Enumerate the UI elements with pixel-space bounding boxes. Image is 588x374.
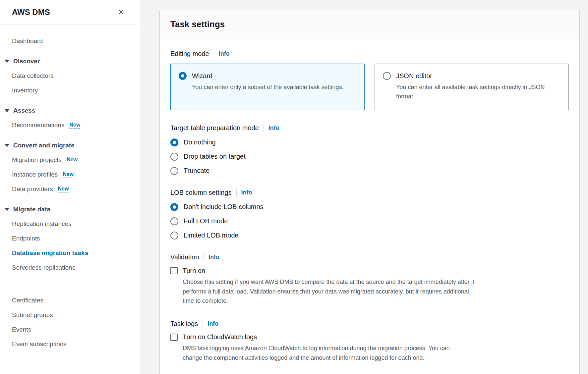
close-icon[interactable]: ✕ <box>117 7 125 17</box>
radio-option-drop-tables-on-target[interactable]: Drop tables on target <box>170 153 569 161</box>
card-header: Task settings <box>160 10 579 39</box>
target-table-header: Target table preparation mode Info <box>170 124 569 132</box>
sidebar-item-events[interactable]: Events <box>0 322 140 337</box>
validation-field: Validation Info Turn on Choose this sett… <box>170 253 569 306</box>
wizard-tile[interactable]: Wizard You can enter only a subset of th… <box>170 64 365 110</box>
editing-mode-field: Editing mode Info Wizard You can enter o… <box>170 50 569 110</box>
task-settings-card: Task settings Editing mode Info Wizard <box>160 10 579 374</box>
json-editor-tile[interactable]: JSON editor You can enter all available … <box>375 64 569 110</box>
validation-header: Validation Info <box>170 253 569 261</box>
sidebar-item-endpoints[interactable]: Endpoints <box>0 231 140 246</box>
sidebar-section-discover[interactable]: Discover <box>0 54 140 69</box>
caret-down-icon <box>4 109 10 112</box>
wizard-description: You can enter only a subset of the avail… <box>192 83 356 92</box>
caret-down-icon <box>4 208 10 211</box>
sidebar-title: AWS DMS <box>12 8 50 17</box>
main-content: Task settings Editing mode Info Wizard <box>141 0 588 374</box>
editing-mode-info-link[interactable]: Info <box>219 50 230 57</box>
limited-lob-mode-radio[interactable] <box>170 232 178 240</box>
wizard-radio[interactable] <box>179 72 187 80</box>
task-logs-info-link[interactable]: Info <box>207 320 218 327</box>
sidebar-item-serverless-replications[interactable]: Serverless replications <box>0 260 140 275</box>
sidebar: AWS DMS ✕ Dashboard Discover Data collec… <box>0 0 140 374</box>
lob-column-settings-field: LOB column settings Info Don't include L… <box>170 189 569 240</box>
target-table-preparation-field: Target table preparation mode Info Do no… <box>170 124 569 175</box>
label-separator <box>204 253 204 261</box>
task-logs-header: Task logs Info <box>170 320 569 328</box>
card-body: Editing mode Info Wizard You can enter o… <box>160 39 579 374</box>
sidebar-item-data-providers[interactable]: Data providers New <box>0 182 140 196</box>
task-logs-field: Task logs Info Turn on CloudWatch logs D… <box>170 320 569 363</box>
lob-settings-header: LOB column settings Info <box>170 189 569 197</box>
label-separator <box>236 189 237 197</box>
editing-mode-header: Editing mode Info <box>170 50 569 58</box>
sidebar-rule <box>8 282 120 282</box>
validation-description: Choose this setting if you want AWS DMS … <box>183 277 474 306</box>
new-badge[interactable]: New <box>58 186 69 192</box>
sidebar-item-inventory[interactable]: Inventory <box>0 83 140 98</box>
validation-info-link[interactable]: Info <box>208 254 219 261</box>
sidebar-item-replication-instances[interactable]: Replication instances <box>0 217 140 231</box>
radio-option-limited-lob-mode[interactable]: Limited LOB mode <box>170 232 569 240</box>
task-logs-label: Task logs <box>170 320 198 328</box>
sidebar-item-instance-profiles[interactable]: Instance profiles New <box>0 167 140 182</box>
validation-label: Validation <box>170 253 199 261</box>
new-badge[interactable]: New <box>69 122 80 129</box>
do-nothing-radio[interactable] <box>170 138 178 146</box>
drop-tables-radio[interactable] <box>170 153 178 161</box>
lob-settings-label: LOB column settings <box>170 189 232 196</box>
validation-turn-on-row[interactable]: Turn on <box>170 267 569 275</box>
label-separator <box>264 124 264 132</box>
sidebar-header: AWS DMS ✕ <box>0 0 140 24</box>
json-editor-tile-head: JSON editor <box>383 72 560 80</box>
sidebar-item-database-migration-tasks[interactable]: Database migration tasks <box>0 246 140 260</box>
validation-checkbox[interactable] <box>170 267 178 274</box>
json-editor-radio[interactable] <box>383 72 391 80</box>
editing-mode-tiles: Wizard You can enter only a subset of th… <box>170 64 569 110</box>
sidebar-item-subnet-groups[interactable]: Subnet groups <box>0 308 140 322</box>
label-separator <box>214 50 214 58</box>
cloudwatch-logs-checkbox[interactable] <box>170 334 178 341</box>
truncate-radio[interactable] <box>170 167 178 175</box>
label-separator <box>203 320 203 328</box>
task-logs-description: DMS task logging uses Amazon CloudWatch … <box>183 344 461 363</box>
wizard-tile-head: Wizard <box>179 72 356 80</box>
new-badge[interactable]: New <box>63 171 74 178</box>
caret-down-icon <box>4 60 10 63</box>
cloudwatch-logs-row[interactable]: Turn on CloudWatch logs <box>170 333 569 341</box>
sidebar-section-migrate-data[interactable]: Migrate data <box>0 202 140 217</box>
target-table-info-link[interactable]: Info <box>268 125 279 132</box>
sidebar-item-migration-projects[interactable]: Migration projects New <box>0 153 140 167</box>
sidebar-item-dashboard[interactable]: Dashboard <box>0 34 140 48</box>
page-title: Task settings <box>170 19 569 29</box>
json-editor-title: JSON editor <box>396 72 432 80</box>
sidebar-item-event-subscriptions[interactable]: Event subscriptions <box>0 337 140 351</box>
radio-option-do-nothing[interactable]: Do nothing <box>170 138 569 146</box>
radio-option-full-lob-mode[interactable]: Full LOB mode <box>170 217 569 225</box>
dont-include-lob-radio[interactable] <box>170 203 178 211</box>
lob-settings-info-link[interactable]: Info <box>241 189 252 196</box>
radio-option-dont-include-lob-columns[interactable]: Don't include LOB columns <box>170 203 569 211</box>
sidebar-item-recommendations[interactable]: Recommendations New <box>0 118 140 133</box>
sidebar-item-certificates[interactable]: Certificates <box>0 293 140 308</box>
sidebar-section-assess[interactable]: Assess <box>0 103 140 118</box>
editing-mode-label: Editing mode <box>170 50 209 58</box>
sidebar-section-convert-and-migrate[interactable]: Convert and migrate <box>0 138 140 153</box>
radio-option-truncate[interactable]: Truncate <box>170 167 569 175</box>
wizard-title: Wizard <box>192 72 212 80</box>
sidebar-nav: Dashboard Discover Data collectors Inven… <box>0 25 140 351</box>
caret-down-icon <box>4 144 10 147</box>
target-table-label: Target table preparation mode <box>170 124 259 132</box>
sidebar-item-data-collectors[interactable]: Data collectors <box>0 69 140 83</box>
json-editor-description: You can enter all available task setting… <box>396 83 560 101</box>
full-lob-mode-radio[interactable] <box>170 217 178 225</box>
new-badge[interactable]: New <box>67 157 78 163</box>
